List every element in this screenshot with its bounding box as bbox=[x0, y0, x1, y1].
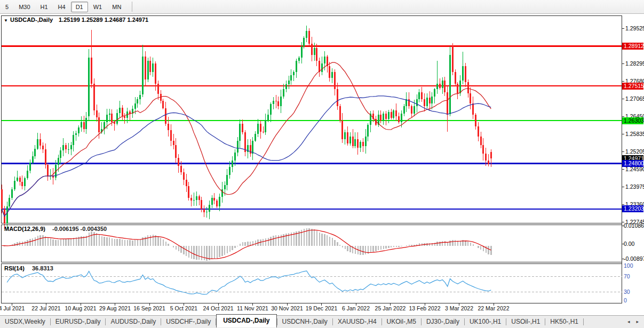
macd-histogram-bar bbox=[17, 242, 18, 246]
macd-histogram-bar bbox=[449, 241, 450, 245]
time-tick-label: 10 Aug 2021 bbox=[65, 305, 97, 311]
chart-title-symbol: USDCAD-,Daily bbox=[10, 17, 53, 23]
timeframe-button-w1[interactable]: W1 bbox=[89, 2, 107, 12]
candle-body bbox=[283, 89, 284, 96]
macd-histogram-bar bbox=[150, 235, 151, 245]
chart-tab-hk50[interactable]: HK50-,H1 bbox=[545, 316, 583, 328]
candle-body bbox=[39, 139, 41, 146]
macd-histogram-bar bbox=[157, 237, 158, 246]
rsi-panel: 10070300 bbox=[2, 262, 633, 303]
chart-tab-xauusd[interactable]: XAUUSD-,H4 bbox=[333, 316, 381, 328]
macd-histogram-bar bbox=[96, 233, 97, 246]
macd-histogram-bar bbox=[176, 246, 177, 250]
price-tick-label: 1.25835 bbox=[625, 131, 644, 137]
timeframe-button-5[interactable]: 5 bbox=[1, 2, 13, 12]
candle-body bbox=[206, 212, 208, 212]
tab-scroll-left-icon[interactable]: ◂ bbox=[627, 319, 630, 324]
chart-tab-eurusd[interactable]: EURUSD-,Daily bbox=[51, 316, 106, 328]
time-tick-label: 3 Mar 2022 bbox=[445, 305, 473, 311]
candle-body bbox=[58, 158, 59, 165]
chart-tab-uk100[interactable]: UK100-,H1 bbox=[465, 316, 506, 328]
candle-body bbox=[21, 182, 23, 186]
horizontal-level-lines[interactable] bbox=[2, 46, 622, 209]
candle-body bbox=[306, 31, 307, 38]
macd-histogram-bar bbox=[101, 236, 102, 246]
macd-histogram-bar bbox=[32, 238, 33, 246]
timeframe-button-h4[interactable]: H4 bbox=[53, 2, 70, 12]
macd-signal-line bbox=[2, 230, 491, 259]
macd-histogram-bar bbox=[375, 246, 376, 251]
candle-body bbox=[308, 31, 310, 44]
candle-body bbox=[85, 118, 87, 129]
macd-histogram-bar bbox=[124, 240, 125, 246]
macd-histogram-bar bbox=[39, 235, 41, 245]
chart-tab-audusd[interactable]: AUDUSD-,Daily bbox=[106, 316, 161, 328]
macd-histogram-bar bbox=[273, 236, 274, 245]
candle-body bbox=[334, 72, 336, 89]
macd-histogram-bar bbox=[55, 240, 56, 246]
candle-body bbox=[250, 145, 251, 154]
macd-histogram-bar bbox=[214, 246, 215, 259]
candle-body bbox=[162, 101, 164, 108]
candle-body bbox=[157, 84, 159, 94]
chart-tab-usdx[interactable]: USDX,Weekly bbox=[0, 316, 50, 328]
timeframe-button-m30[interactable]: M30 bbox=[14, 2, 35, 12]
candle-body bbox=[260, 124, 261, 132]
macd-histogram-bar bbox=[362, 246, 363, 255]
candle-body bbox=[83, 122, 85, 129]
timeframe-button-h1[interactable]: H1 bbox=[36, 2, 53, 12]
macd-histogram-bar bbox=[385, 246, 386, 249]
candle-body bbox=[462, 66, 464, 81]
chart-tab-dj30[interactable]: DJ30-,Daily bbox=[422, 316, 464, 328]
timeframe-button-mn[interactable]: MN bbox=[107, 2, 126, 12]
macd-histogram-bar bbox=[186, 246, 187, 256]
candle-body bbox=[234, 153, 236, 161]
candle-body bbox=[137, 99, 138, 103]
macd-histogram-bar bbox=[240, 244, 241, 245]
candle-body bbox=[265, 120, 266, 132]
macd-histogram-bar bbox=[76, 237, 77, 245]
chart-tab-ukoil[interactable]: UKOil-,M5 bbox=[382, 316, 421, 328]
candle-body bbox=[280, 97, 282, 107]
candle-body bbox=[213, 198, 215, 201]
candle-body bbox=[188, 186, 189, 197]
candle-body bbox=[73, 135, 74, 145]
macd-histogram-bar bbox=[204, 246, 205, 261]
candle-body bbox=[9, 198, 10, 206]
macd-histogram-bar bbox=[193, 246, 194, 260]
candle-body bbox=[152, 63, 154, 72]
candle-body bbox=[178, 158, 179, 166]
candle-body bbox=[482, 145, 484, 154]
macd-histogram-bar bbox=[68, 239, 69, 246]
candle-body bbox=[252, 141, 253, 154]
chart-tab-usoil[interactable]: USOil-,H1 bbox=[506, 316, 545, 328]
macd-histogram-bar bbox=[247, 242, 248, 245]
chart-collapse-icon[interactable]: ▼ bbox=[4, 18, 8, 23]
macd-histogram-bar bbox=[327, 235, 328, 245]
tab-scroll-right-icon[interactable]: ▸ bbox=[636, 319, 639, 324]
candle-body bbox=[14, 181, 15, 189]
macd-histogram-bar bbox=[337, 242, 338, 246]
chart-tab-usdcnh[interactable]: USDCNH-,Daily bbox=[277, 316, 332, 328]
candle-body bbox=[467, 82, 469, 93]
candle-body bbox=[324, 57, 325, 63]
candle-body bbox=[190, 198, 192, 201]
macd-histogram-bar bbox=[355, 246, 356, 254]
macd-histogram-bar bbox=[378, 246, 379, 251]
candle-body bbox=[357, 139, 359, 148]
candle-body bbox=[395, 110, 397, 116]
timeframe-button-d1[interactable]: D1 bbox=[71, 2, 88, 12]
candle-body bbox=[183, 172, 185, 180]
time-tick-label: 29 Aug 2021 bbox=[99, 305, 131, 311]
candle-body bbox=[290, 75, 292, 81]
macd-histogram-bar bbox=[422, 243, 423, 246]
candle-body bbox=[65, 145, 67, 149]
candle-body bbox=[32, 156, 34, 163]
candle-body bbox=[418, 92, 420, 99]
macd-histogram-bar bbox=[140, 239, 141, 246]
candle-body bbox=[116, 113, 118, 124]
candle-body bbox=[431, 97, 433, 103]
candle-body bbox=[321, 63, 323, 72]
chart-tab-usdcad[interactable]: USDCAD-,Daily bbox=[216, 314, 276, 327]
chart-tab-usdchf[interactable]: USDCHF-,Daily bbox=[161, 316, 216, 328]
